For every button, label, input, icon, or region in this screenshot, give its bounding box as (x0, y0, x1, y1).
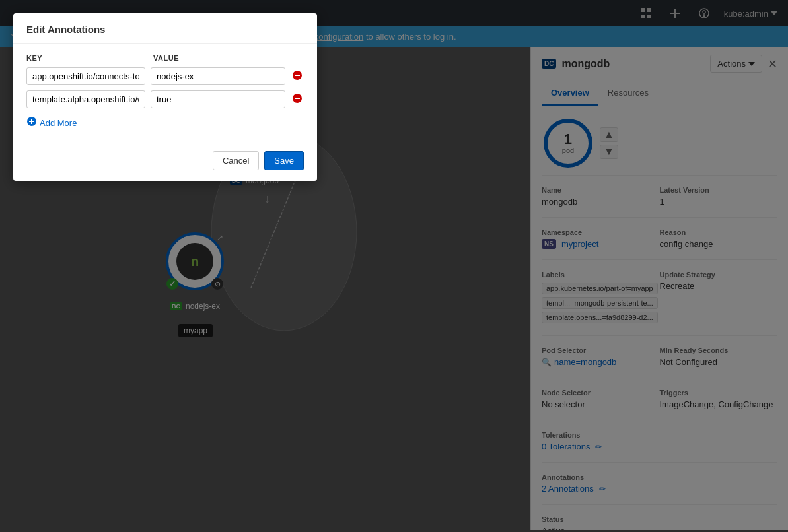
svg-rect-25 (29, 121, 34, 122)
annotation-value-1[interactable] (151, 90, 285, 108)
remove-annotation-1[interactable] (291, 92, 304, 107)
add-more-icon (26, 116, 37, 129)
annotation-key-0[interactable] (26, 67, 145, 85)
add-more-button[interactable]: Add More (26, 114, 77, 132)
add-more-label: Add More (40, 118, 77, 128)
svg-rect-22 (295, 98, 300, 99)
value-header: VALUE (153, 54, 304, 62)
remove-annotation-0[interactable] (291, 69, 304, 84)
modal-title: Edit Annotations (26, 24, 304, 35)
modal-overlay: Edit Annotations KEY VALUE (0, 0, 788, 530)
annotation-value-0[interactable] (151, 67, 285, 85)
modal-footer: Cancel Save (13, 143, 317, 181)
save-button[interactable]: Save (264, 151, 304, 170)
annotation-row-1 (26, 90, 304, 108)
cancel-button[interactable]: Cancel (213, 151, 259, 170)
key-header: KEY (26, 54, 145, 62)
annotation-row-0 (26, 67, 304, 85)
modal-body: KEY VALUE (13, 44, 317, 143)
annotation-headers: KEY VALUE (26, 54, 304, 62)
edit-annotations-modal: Edit Annotations KEY VALUE (13, 13, 317, 181)
modal-header: Edit Annotations (13, 13, 317, 44)
annotation-key-1[interactable] (26, 90, 145, 108)
svg-rect-20 (295, 75, 300, 76)
